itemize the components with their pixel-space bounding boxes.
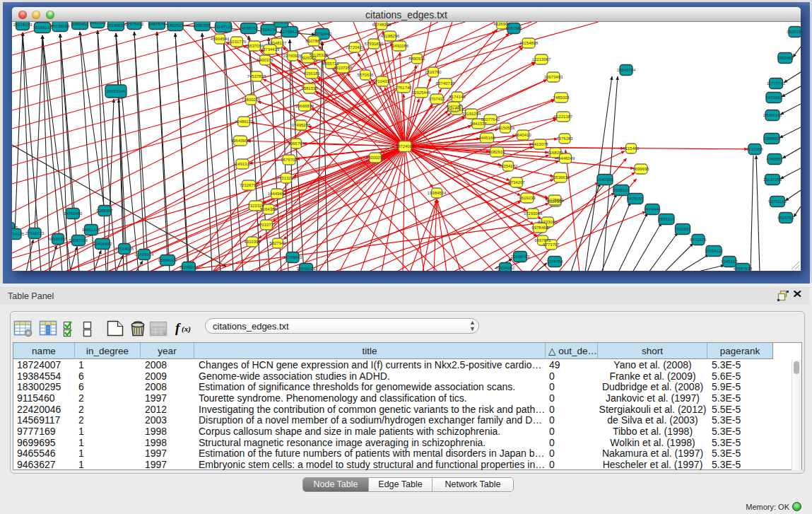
svg-text:6978464: 6978464: [531, 226, 548, 230]
svg-text:(x): (x): [182, 325, 191, 334]
svg-text:97514026: 97514026: [115, 247, 134, 251]
svg-text:0707413: 0707413: [428, 97, 445, 101]
svg-text:1895559: 1895559: [194, 23, 211, 28]
svg-text:94811311: 94811311: [82, 228, 100, 232]
svg-text:6734207: 6734207: [508, 180, 525, 185]
svg-text:5827940: 5827940: [269, 241, 286, 245]
svg-text:8174143: 8174143: [449, 95, 466, 99]
svg-text:7632621: 7632621: [674, 227, 691, 231]
svg-text:5570636: 5570636: [357, 73, 374, 77]
svg-text:5164388: 5164388: [260, 207, 277, 211]
svg-text:42486111: 42486111: [235, 119, 253, 124]
svg-text:85304352: 85304352: [496, 266, 515, 270]
svg-text:83740718: 83740718: [436, 81, 455, 86]
svg-text:05864920: 05864920: [158, 258, 177, 262]
svg-text:12213967: 12213967: [532, 57, 551, 62]
svg-text:0679701: 0679701: [281, 158, 298, 162]
svg-text:2516780: 2516780: [425, 70, 442, 74]
svg-text:82254282: 82254282: [499, 164, 518, 168]
svg-text:74537838: 74537838: [247, 74, 266, 78]
svg-text:72492086: 72492086: [390, 44, 409, 48]
svg-text:3082462: 3082462: [71, 22, 88, 26]
svg-text:9245612: 9245612: [721, 259, 738, 264]
svg-text:68656355: 68656355: [49, 237, 68, 241]
svg-text:19384554: 19384554: [428, 191, 447, 195]
svg-text:71147104: 71147104: [214, 25, 233, 29]
svg-text:9474444: 9474444: [644, 207, 661, 211]
svg-text:71800239: 71800239: [242, 98, 261, 102]
svg-text:9413078: 9413078: [531, 142, 548, 146]
svg-text:50587706: 50587706: [69, 238, 88, 243]
svg-text:27316723: 27316723: [25, 231, 45, 235]
svg-text:43198296: 43198296: [381, 34, 400, 38]
svg-text:63048137: 63048137: [268, 41, 287, 45]
svg-text:30792440: 30792440: [313, 32, 332, 36]
svg-text:4156183: 4156183: [303, 71, 320, 76]
svg-text:11777741: 11777741: [767, 81, 786, 86]
svg-text:6107885: 6107885: [305, 39, 322, 43]
svg-text:7761740: 7761740: [395, 86, 412, 90]
svg-text:46107358: 46107358: [334, 66, 353, 70]
svg-text:72326793: 72326793: [240, 183, 259, 187]
svg-text:14449454: 14449454: [268, 192, 287, 196]
svg-text:2933114: 2933114: [659, 217, 676, 221]
svg-text:7224704: 7224704: [546, 259, 563, 264]
svg-text:7034236: 7034236: [260, 28, 277, 32]
svg-text:07495288: 07495288: [292, 123, 311, 127]
svg-text:8890931: 8890931: [408, 57, 425, 61]
svg-text:28084148: 28084148: [763, 113, 782, 117]
svg-text:16154808: 16154808: [519, 41, 539, 45]
svg-text:4126906: 4126906: [493, 22, 510, 26]
svg-text:2581535: 2581535: [301, 86, 318, 90]
svg-text:37261675: 37261675: [12, 226, 18, 230]
svg-text:10973493: 10973493: [544, 75, 563, 79]
svg-text:09139099: 09139099: [51, 24, 70, 28]
svg-text:31925449: 31925449: [412, 90, 431, 95]
svg-text:11491316: 11491316: [233, 162, 252, 166]
svg-text:31240234: 31240234: [180, 265, 199, 269]
svg-text:8215958: 8215958: [746, 147, 763, 151]
svg-text:33191284: 33191284: [462, 112, 481, 116]
svg-text:30666836: 30666836: [295, 104, 314, 108]
svg-text:9619239: 9619239: [519, 196, 536, 200]
svg-text:72720429: 72720429: [346, 45, 365, 49]
svg-text:90751163: 90751163: [768, 199, 787, 204]
svg-text:32650201: 32650201: [297, 267, 316, 271]
svg-text:7047187: 7047187: [445, 105, 462, 109]
svg-text:9115460: 9115460: [623, 146, 640, 151]
svg-text:9482199: 9482199: [89, 22, 106, 25]
svg-text:26018159: 26018159: [13, 23, 33, 27]
svg-text:61748338: 61748338: [372, 23, 392, 27]
svg-text:4743957: 4743957: [766, 157, 783, 161]
svg-text:36134125: 36134125: [12, 232, 25, 236]
svg-text:6168281: 6168281: [547, 151, 564, 155]
svg-text:5640410: 5640410: [514, 133, 531, 137]
svg-text:7576283: 7576283: [556, 136, 573, 141]
svg-text:61221387: 61221387: [554, 115, 573, 119]
svg-text:01419314: 01419314: [135, 252, 154, 257]
svg-text:1862527: 1862527: [167, 23, 184, 28]
svg-text:65150556: 65150556: [496, 126, 515, 130]
svg-text:77313228: 77313228: [277, 176, 296, 180]
svg-text:6479197: 6479197: [627, 197, 644, 201]
svg-text:5472803: 5472803: [765, 95, 782, 100]
svg-text:02426462: 02426462: [93, 242, 112, 246]
svg-text:12768426: 12768426: [281, 30, 300, 34]
svg-text:34782450: 34782450: [64, 211, 83, 216]
svg-text:7485003: 7485003: [553, 95, 570, 100]
svg-text:60536630: 60536630: [551, 175, 570, 180]
svg-text:4366764: 4366764: [288, 141, 305, 146]
svg-text:51125328: 51125328: [310, 53, 329, 57]
svg-text:65632122: 65632122: [272, 22, 291, 24]
svg-text:9699695: 9699695: [632, 167, 649, 171]
svg-text:9773797: 9773797: [543, 243, 560, 247]
svg-text:5388853: 5388853: [763, 136, 780, 141]
svg-text:37293068: 37293068: [524, 211, 543, 216]
svg-text:57975432: 57975432: [125, 22, 144, 26]
svg-text:f: f: [175, 320, 181, 335]
svg-text:6516761: 6516761: [777, 216, 794, 220]
svg-text:07104319: 07104319: [373, 79, 392, 83]
svg-text:8938923: 8938923: [613, 188, 630, 192]
svg-text:46446049: 46446049: [556, 156, 575, 160]
svg-text:17010737: 17010737: [257, 223, 276, 227]
